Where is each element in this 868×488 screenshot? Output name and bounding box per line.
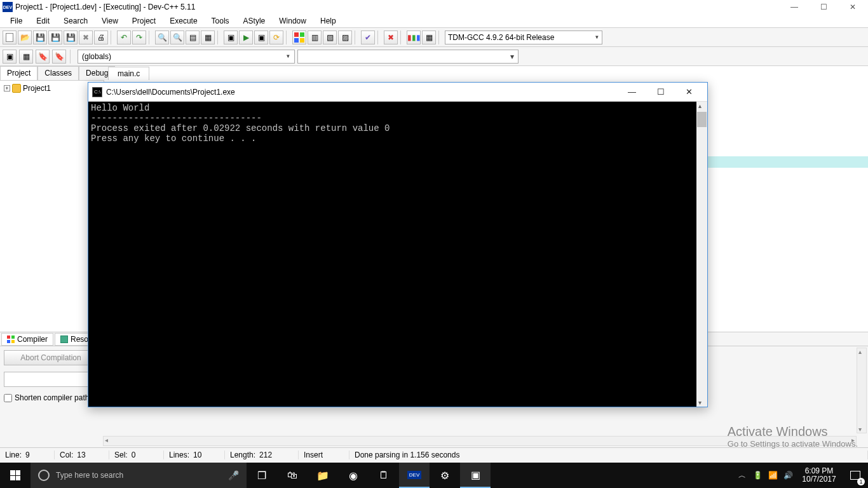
- log-scrollbar-vertical[interactable]: [857, 348, 867, 433]
- save-as-button[interactable]: 💾: [64, 30, 78, 44]
- compiler-command-field[interactable]: [4, 372, 98, 387]
- console-close-button[interactable]: ✕: [675, 83, 703, 101]
- syntax-check-button[interactable]: ✔: [361, 30, 375, 44]
- menu-help[interactable]: Help: [314, 15, 342, 27]
- cortana-icon: [38, 470, 50, 481]
- console-output[interactable]: Hello World ----------------------------…: [88, 102, 707, 407]
- find-in-files-button[interactable]: ▤: [186, 30, 200, 44]
- redo-button[interactable]: ↷: [132, 30, 146, 44]
- rebuild-all-button[interactable]: ⟳: [269, 30, 283, 44]
- bookmark-button[interactable]: 🔖: [36, 50, 50, 64]
- undo-button[interactable]: ↶: [117, 30, 131, 44]
- taskbar-sticky-notes[interactable]: 🗒: [369, 463, 399, 488]
- menu-edit[interactable]: Edit: [30, 15, 56, 27]
- console-title: C:\Users\dell\Documents\Project1.exe: [106, 88, 618, 97]
- status-col-value: 13: [77, 451, 85, 459]
- menu-view[interactable]: View: [95, 15, 125, 27]
- taskbar-clock[interactable]: 6:09 PM 10/7/2017: [796, 467, 843, 484]
- save-button[interactable]: 💾: [33, 30, 47, 44]
- print-button[interactable]: 🖨: [94, 30, 108, 44]
- taskbar-file-explorer[interactable]: 📁: [308, 463, 338, 488]
- menu-project[interactable]: Project: [126, 15, 162, 27]
- editor-tab-main[interactable]: main.c: [108, 67, 149, 80]
- member-select[interactable]: [297, 50, 519, 64]
- tab-classes[interactable]: Classes: [37, 66, 79, 80]
- taskbar-settings[interactable]: ⚙: [430, 463, 460, 488]
- find-button[interactable]: 🔍: [155, 30, 169, 44]
- log-scrollbar-horizontal[interactable]: [103, 436, 857, 446]
- tray-expand-icon[interactable]: ︿: [735, 463, 750, 488]
- compile-button[interactable]: ▣: [224, 30, 238, 44]
- status-sel-label: Sel:: [114, 451, 128, 459]
- minimize-button[interactable]: —: [785, 1, 803, 13]
- menu-file[interactable]: File: [4, 15, 29, 27]
- status-insert-mode: Insert: [304, 451, 323, 459]
- tray-volume-icon[interactable]: 🔊: [780, 463, 796, 488]
- compile-run-button[interactable]: ▣: [254, 30, 268, 44]
- new-file-button[interactable]: [3, 30, 17, 44]
- status-lines-label: Lines:: [169, 451, 189, 459]
- menu-search[interactable]: Search: [57, 15, 94, 27]
- console-scrollbar[interactable]: [696, 102, 707, 407]
- project-root-label: Project1: [23, 84, 51, 93]
- shorten-path-label: Shorten compiler path: [15, 393, 89, 402]
- taskbar-console[interactable]: ▣: [460, 463, 491, 488]
- taskbar-chrome[interactable]: ◉: [338, 463, 369, 488]
- close-button[interactable]: ✕: [844, 1, 862, 13]
- menu-tools[interactable]: Tools: [205, 15, 236, 27]
- menu-astyle[interactable]: AStyle: [237, 15, 272, 27]
- shorten-path-checkbox[interactable]: [4, 394, 12, 402]
- delete-profile-button[interactable]: ✖: [384, 30, 398, 44]
- resources-icon: [60, 336, 68, 343]
- task-view-button[interactable]: ❐: [247, 463, 277, 488]
- save-all-button[interactable]: 💾: [48, 30, 62, 44]
- goto-line-button[interactable]: ▦: [201, 30, 215, 44]
- status-col-label: Col:: [60, 451, 73, 459]
- console-maximize-button[interactable]: ☐: [646, 83, 675, 101]
- run-button[interactable]: ▶: [239, 30, 253, 44]
- windows-taskbar: Type here to search 🎤 ❐ 🛍 📁 ◉ 🗒 DEV ⚙ ▣ …: [0, 463, 868, 488]
- console-minimize-button[interactable]: —: [618, 83, 646, 101]
- taskbar-store[interactable]: 🛍: [277, 463, 308, 488]
- bottom-tab-compiler-label: Compiler: [17, 335, 48, 344]
- status-lines-value: 10: [193, 451, 201, 459]
- taskbar-search[interactable]: Type here to search 🎤: [31, 463, 247, 488]
- status-length-label: Length:: [230, 451, 255, 459]
- profiling-options-button[interactable]: ▦: [422, 30, 436, 44]
- console-window[interactable]: C:\ C:\Users\dell\Documents\Project1.exe…: [88, 82, 708, 407]
- maximize-button[interactable]: ☐: [815, 1, 832, 13]
- shorten-path-checkbox-row[interactable]: Shorten compiler path: [4, 393, 98, 402]
- insert-button[interactable]: ▦: [19, 50, 33, 64]
- menu-window[interactable]: Window: [273, 15, 313, 27]
- tab-project[interactable]: Project: [0, 66, 37, 80]
- goto-bookmark-button[interactable]: 🔖: [52, 50, 66, 64]
- profiling-results-button[interactable]: ▮▮▮: [407, 30, 421, 44]
- project-tree-root[interactable]: + Project1: [3, 83, 101, 93]
- notification-center-button[interactable]: 1: [843, 463, 868, 488]
- profile2-button[interactable]: ▨: [338, 30, 352, 44]
- open-file-button[interactable]: 📂: [18, 30, 32, 44]
- debug-button[interactable]: [292, 30, 306, 44]
- stop-execution-button[interactable]: ▥: [308, 30, 322, 44]
- bottom-tab-resources-label: Reso: [71, 335, 88, 344]
- tray-wifi-icon[interactable]: 📶: [765, 463, 780, 488]
- scope-toolbar: ▣ ▦ 🔖 🔖 (globals): [0, 47, 868, 66]
- console-title-bar[interactable]: C:\ C:\Users\dell\Documents\Project1.exe…: [88, 83, 707, 102]
- taskbar-devcpp[interactable]: DEV: [399, 463, 430, 488]
- abort-compilation-button[interactable]: Abort Compilation: [4, 350, 98, 365]
- main-toolbar: 📂 💾 💾 💾 ✖ 🖨 ↶ ↷ 🔍 🔍 ▤ ▦ ▣ ▶ ▣ ⟳ ▥ ▧ ▨ ✔ …: [0, 28, 868, 47]
- start-button[interactable]: [0, 463, 31, 488]
- replace-button[interactable]: 🔍: [170, 30, 184, 44]
- close-file-button[interactable]: ✖: [79, 30, 93, 44]
- menu-execute[interactable]: Execute: [163, 15, 203, 27]
- compiler-profile-select[interactable]: TDM-GCC 4.9.2 64-bit Release: [445, 30, 602, 44]
- status-length-value: 212: [259, 451, 272, 459]
- new-project-button[interactable]: ▣: [3, 50, 17, 64]
- profile-button[interactable]: ▧: [323, 30, 337, 44]
- tree-expand-icon[interactable]: +: [4, 85, 10, 92]
- project-icon: [12, 84, 21, 93]
- tray-battery-icon[interactable]: 🔋: [750, 463, 765, 488]
- microphone-icon[interactable]: 🎤: [228, 470, 239, 480]
- scope-select[interactable]: (globals): [78, 50, 295, 64]
- bottom-tab-compiler[interactable]: Compiler: [1, 333, 53, 346]
